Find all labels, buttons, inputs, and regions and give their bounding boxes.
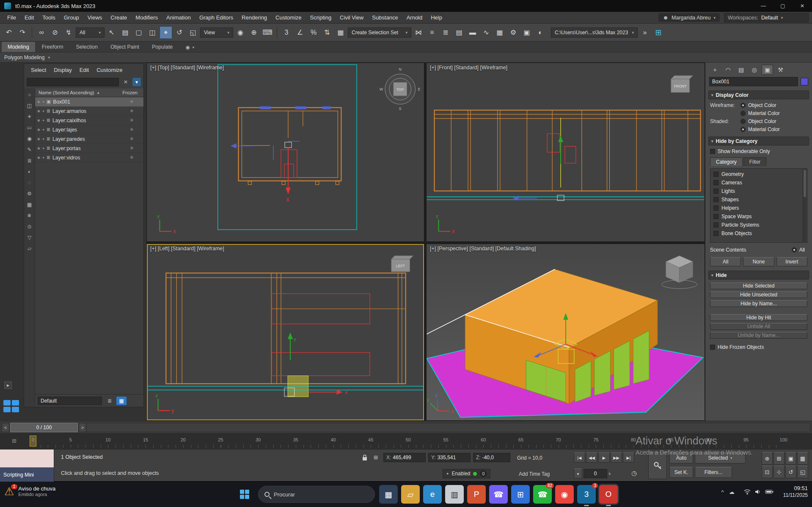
checkbox-icon[interactable] [713, 231, 718, 236]
time-configuration-icon[interactable]: ◷ [631, 469, 637, 477]
ribbon-tab-object-paint[interactable]: Object Paint [105, 42, 145, 52]
explorer-edit-icon[interactable]: ✎ [26, 146, 33, 153]
viewport-left[interactable]: [+] [Left] [Standard] [Wireframe] y [146, 244, 424, 421]
scene-explorer-toggle-icon[interactable]: ▤ [453, 26, 465, 39]
scene-explorer-row[interactable]: ◉ ● ▣ Box001 ✳ [35, 97, 143, 107]
task-view-app[interactable]: ▦ [379, 485, 398, 504]
menu-item[interactable]: Edit [21, 13, 38, 22]
select-and-scale-icon[interactable]: ◱ [187, 26, 199, 39]
explorer-materials-icon[interactable]: ◐ [26, 168, 33, 175]
explorer-search-icon[interactable]: ◌ [26, 179, 33, 186]
menu-item[interactable]: Scripting [306, 13, 336, 22]
render-toggle-icon[interactable]: ● [42, 128, 44, 132]
select-and-move-icon[interactable]: ⌖ [160, 26, 172, 39]
redo-icon[interactable]: ↷ [16, 26, 29, 39]
rollout-header[interactable]: ▾ Hide [708, 271, 809, 280]
create-tab-icon[interactable]: + [709, 65, 721, 75]
radio-icon[interactable] [740, 111, 746, 116]
frozen-toggle-icon[interactable]: ✳ [122, 136, 141, 142]
scene-explorer-row[interactable]: ◉ ● ≣ Layer:armarios ✳ [35, 107, 143, 116]
onedrive-cloud-icon[interactable]: ☁ [729, 489, 735, 495]
hide-panel-button[interactable]: Hide by Hit [710, 314, 807, 321]
expand-panel-button[interactable]: ▶ [4, 381, 12, 389]
weather-widget[interactable]: ⚠ 1 Aviso de chuva Emitido agora [4, 485, 55, 497]
checkbox-icon[interactable] [713, 206, 718, 211]
frozen-toggle-icon[interactable]: ✳ [122, 118, 141, 123]
explorer-layers-icon[interactable]: ≣ [26, 157, 33, 164]
explorer-folder-icon[interactable]: ▱ [26, 245, 33, 252]
display-tab-icon[interactable]: ▣ [762, 65, 773, 75]
menu-item[interactable]: Help [427, 13, 446, 22]
add-time-tag[interactable]: Add Time Tag [519, 471, 550, 477]
quick-settings[interactable] [740, 486, 778, 498]
scene-explorer-row[interactable]: ◉ ● ≣ Layer:caixilhos ✳ [35, 116, 143, 125]
category-item[interactable]: Helpers [712, 204, 802, 212]
selected-key-set-dropdown[interactable]: Selected ▾ [695, 452, 746, 463]
viewcube[interactable]: LEFT [391, 256, 413, 272]
wireframe-material-color-radio[interactable]: Material Color [740, 110, 807, 116]
zoom-extents-all-icon[interactable]: ▦ [797, 452, 808, 465]
selection-filter-dropdown[interactable]: All ▾ [76, 27, 105, 38]
select-and-manipulate-icon[interactable]: ⊕ [248, 26, 260, 39]
next-frame-icon[interactable]: ▶▶ [611, 452, 622, 463]
coordinate-z-field[interactable]: Z: -40,0 [473, 453, 510, 462]
select-and-link-icon[interactable]: ∞ [35, 26, 48, 39]
show-renderable-only-checkbox[interactable]: Show Renderable Only [710, 148, 807, 154]
frame-field[interactable]: 0 [584, 469, 607, 478]
scrollbar[interactable] [803, 169, 806, 242]
3dsmax-app[interactable]: 3 3 [577, 485, 596, 504]
ribbon-tab-selection[interactable]: Selection [70, 42, 103, 52]
scene-explorer-row[interactable]: ◉ ● ≣ Layer:lajes ✳ [35, 125, 143, 134]
shaded-object-color-radio[interactable]: Object Color [740, 118, 807, 124]
time-slider-track[interactable] [87, 423, 810, 432]
category-item[interactable]: Geometry [712, 170, 802, 178]
column-name[interactable]: Name (Sorted Ascending) [39, 90, 94, 95]
zoom-extents-icon[interactable]: ▣ [785, 452, 796, 465]
scene-explorer-search-input[interactable] [27, 78, 119, 86]
explorer-display-geometry-icon[interactable]: ▭ [26, 124, 33, 132]
rollout-header[interactable]: ▾ Display Color [708, 90, 809, 99]
hide-panel-button[interactable]: Hide by Name... [710, 300, 807, 307]
schematic-view-icon[interactable]: ▦ [493, 26, 506, 39]
scene-explorer-menu-item[interactable]: Customize [93, 66, 126, 74]
taskbar-search[interactable]: Procurar [258, 486, 375, 503]
category-action-button[interactable]: None [743, 257, 774, 266]
previous-frame-button[interactable]: < [2, 423, 9, 432]
named-selection-set-combo[interactable]: Create Selection Set ▾ [348, 27, 411, 38]
radio-icon[interactable] [740, 103, 746, 108]
menu-item[interactable]: Tools [39, 13, 59, 22]
visibility-toggle-icon[interactable]: ◉ [37, 137, 40, 141]
viewport-layout-tabs-icon[interactable] [3, 400, 19, 412]
keyboard-override-icon[interactable]: ⌨ [261, 26, 274, 39]
visibility-toggle-icon[interactable]: ◉ [37, 128, 40, 132]
maximize-viewport-icon[interactable]: ◱ [797, 466, 808, 478]
modify-tab-icon[interactable]: ◠ [722, 65, 734, 75]
previous-frame-icon[interactable]: ◀◀ [586, 452, 597, 463]
utilities-tab-icon[interactable]: ⚒ [775, 65, 786, 75]
store-app[interactable]: ⊞ [511, 485, 530, 504]
percent-snap-icon[interactable]: % [307, 26, 320, 39]
coordinate-x-field[interactable]: X: 465,499 [383, 453, 426, 462]
ribbon-tab-freeform[interactable]: Freeform [36, 42, 69, 52]
viewport-perspective-label[interactable]: [+] [Perspective] [Standard] [Default Sh… [430, 246, 536, 252]
checkbox-icon[interactable] [710, 345, 715, 350]
viewport-front-label[interactable]: [+] [Front] [Standard] [Wireframe] [430, 65, 507, 71]
hide-frozen-objects-checkbox[interactable]: Hide Frozen Objects [710, 344, 807, 350]
visibility-toggle-icon[interactable]: ◉ [37, 146, 40, 150]
render-toggle-icon[interactable]: ● [42, 118, 44, 122]
viewport-top[interactable]: [+] [Top] [Standard] [Wireframe] [146, 63, 424, 242]
menu-item[interactable]: Group [60, 13, 83, 22]
explorer-configure-icon[interactable]: ⚙ [26, 190, 33, 197]
maxscript-mini-listener[interactable]: Scripting Mini [0, 449, 54, 482]
auto-key-button[interactable]: Auto [669, 452, 693, 463]
radio-icon[interactable] [792, 247, 797, 252]
align-icon[interactable]: ≡ [426, 26, 438, 39]
checkbox-icon[interactable] [713, 172, 718, 177]
checkbox-icon[interactable] [713, 222, 718, 227]
grid-view-toggle-icon[interactable]: ▦ [116, 397, 127, 405]
selection-lock-icon[interactable] [360, 452, 370, 463]
menu-item[interactable]: File [3, 13, 20, 22]
next-frame-button[interactable]: > [79, 423, 86, 432]
scrollbar-thumb[interactable] [804, 170, 806, 197]
render-toggle-icon[interactable]: ● [42, 109, 44, 113]
